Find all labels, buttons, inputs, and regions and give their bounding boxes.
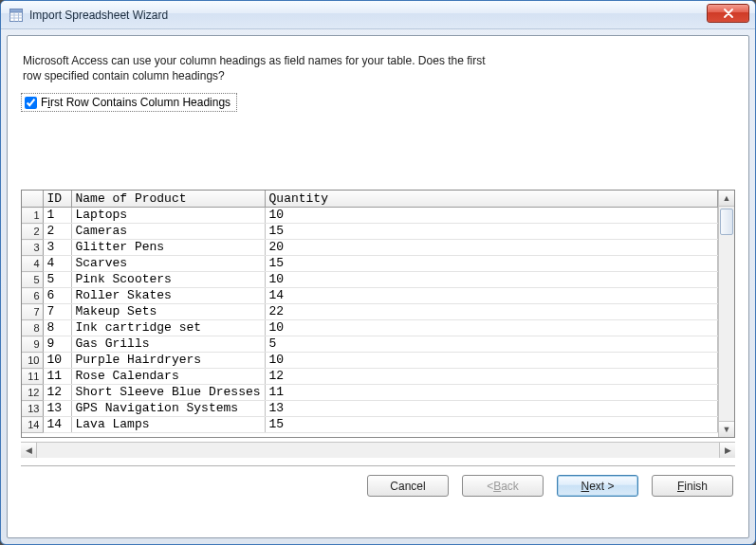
row-number: 12	[22, 385, 43, 401]
vscroll-thumb[interactable]	[720, 209, 733, 235]
cell-qty: 20	[265, 240, 717, 256]
svg-rect-1	[10, 9, 23, 12]
scroll-right-button[interactable]: ▶	[719, 443, 735, 458]
titlebar[interactable]: Import Spreadsheet Wizard	[1, 1, 755, 29]
cell-name: Glitter Pens	[71, 240, 265, 256]
cell-qty: 10	[265, 208, 717, 224]
row-number: 13	[22, 401, 43, 417]
cancel-button[interactable]: Cancel	[367, 475, 449, 497]
preview-grid: ID Name of Product Quantity 11Laptops102…	[21, 190, 735, 438]
cell-qty: 15	[265, 224, 717, 240]
table-row[interactable]: 66Roller Skates14	[22, 288, 718, 304]
first-row-headings-label[interactable]: First Row Contains Column Headings	[41, 96, 230, 109]
table-row[interactable]: 55Pink Scooters10	[22, 272, 718, 288]
cell-qty: 15	[265, 417, 717, 433]
row-number: 3	[22, 240, 43, 256]
window-title: Import Spreadsheet Wizard	[29, 9, 168, 22]
back-button: < Back	[462, 475, 544, 497]
column-header-qty[interactable]: Quantity	[265, 191, 717, 208]
cell-id: 1	[43, 208, 71, 224]
cell-id: 13	[43, 401, 71, 417]
table-row[interactable]: 1212Short Sleeve Blue Dresses11	[22, 385, 718, 401]
cell-qty: 11	[265, 385, 717, 401]
cell-name: Ink cartridge set	[71, 320, 265, 336]
rownum-header[interactable]	[22, 191, 43, 208]
row-number: 10	[22, 353, 43, 369]
cell-id: 4	[43, 256, 71, 272]
cell-name: Scarves	[71, 256, 265, 272]
row-number: 2	[22, 224, 43, 240]
next-button[interactable]: Next >	[557, 475, 638, 497]
cell-qty: 14	[265, 288, 717, 304]
client-area: Microsoft Access can use your column hea…	[7, 35, 749, 538]
cell-id: 6	[43, 288, 71, 304]
row-number: 5	[22, 272, 43, 288]
cell-id: 14	[43, 417, 71, 433]
horizontal-scrollbar[interactable]: ◀ ▶	[21, 442, 735, 458]
cell-qty: 5	[265, 336, 717, 353]
first-row-headings-checkbox[interactable]	[25, 97, 37, 109]
cell-qty: 10	[265, 353, 717, 369]
cell-qty: 10	[265, 272, 717, 288]
cell-qty: 10	[265, 320, 717, 336]
grid-viewport[interactable]: ID Name of Product Quantity 11Laptops102…	[22, 191, 718, 437]
vscroll-track[interactable]	[719, 207, 734, 421]
row-number: 6	[22, 288, 43, 304]
column-header-id[interactable]: ID	[43, 191, 71, 208]
cell-id: 3	[43, 240, 71, 256]
table-row[interactable]: 99Gas Grills5	[22, 336, 718, 353]
cell-id: 5	[43, 272, 71, 288]
cell-name: Gas Grills	[71, 336, 265, 353]
finish-button[interactable]: Finish	[652, 475, 733, 497]
intro-text: Microsoft Access can use your column hea…	[21, 49, 552, 93]
table-row[interactable]: 33Glitter Pens20	[22, 240, 718, 256]
table-row[interactable]: 44Scarves15	[22, 256, 718, 272]
row-number: 1	[22, 208, 43, 224]
data-table: ID Name of Product Quantity 11Laptops102…	[22, 191, 718, 433]
cell-id: 12	[43, 385, 71, 401]
table-row[interactable]: 1010Purple Hairdryers10	[22, 353, 718, 369]
cell-id: 9	[43, 336, 71, 353]
cell-id: 2	[43, 224, 71, 240]
scroll-up-button[interactable]: ▲	[719, 191, 734, 207]
row-number: 9	[22, 336, 43, 353]
cell-id: 8	[43, 320, 71, 336]
column-header-name[interactable]: Name of Product	[71, 191, 265, 208]
cell-qty: 22	[265, 304, 717, 320]
table-row[interactable]: 22Cameras15	[22, 224, 718, 240]
cell-name: Rose Calendars	[71, 369, 265, 385]
cell-name: Roller Skates	[71, 288, 265, 304]
cell-qty: 12	[265, 369, 717, 385]
cell-name: Purple Hairdryers	[71, 353, 265, 369]
cell-id: 11	[43, 369, 71, 385]
table-row[interactable]: 1313GPS Navigation Systems13	[22, 401, 718, 417]
scroll-left-button[interactable]: ◀	[21, 443, 37, 458]
wizard-window: Import Spreadsheet Wizard Microsoft Acce…	[0, 0, 756, 545]
cell-name: Lava Lamps	[71, 417, 265, 433]
vertical-scrollbar[interactable]: ▲ ▼	[718, 191, 734, 437]
app-icon	[9, 8, 24, 23]
table-row[interactable]: 1414Lava Lamps15	[22, 417, 718, 433]
table-row[interactable]: 1111Rose Calendars12	[22, 369, 718, 385]
close-button[interactable]	[707, 4, 749, 23]
cell-name: Pink Scooters	[71, 272, 265, 288]
row-number: 14	[22, 417, 43, 433]
cell-name: Short Sleeve Blue Dresses	[71, 385, 265, 401]
button-row: Cancel < Back Next > Finish	[21, 475, 735, 500]
row-number: 7	[22, 304, 43, 320]
cell-name: Laptops	[71, 208, 265, 224]
table-row[interactable]: 77Makeup Sets22	[22, 304, 718, 320]
cell-id: 10	[43, 353, 71, 369]
row-number: 11	[22, 369, 43, 385]
cell-qty: 13	[265, 401, 717, 417]
hscroll-track[interactable]	[37, 443, 719, 458]
table-row[interactable]: 88Ink cartridge set10	[22, 320, 718, 336]
first-row-headings-group[interactable]: First Row Contains Column Headings	[21, 93, 237, 112]
table-row[interactable]: 11Laptops10	[22, 208, 718, 224]
scroll-down-button[interactable]: ▼	[719, 421, 734, 437]
row-number: 4	[22, 256, 43, 272]
cell-name: Makeup Sets	[71, 304, 265, 320]
cell-qty: 15	[265, 256, 717, 272]
divider	[21, 465, 735, 467]
cell-name: GPS Navigation Systems	[71, 401, 265, 417]
